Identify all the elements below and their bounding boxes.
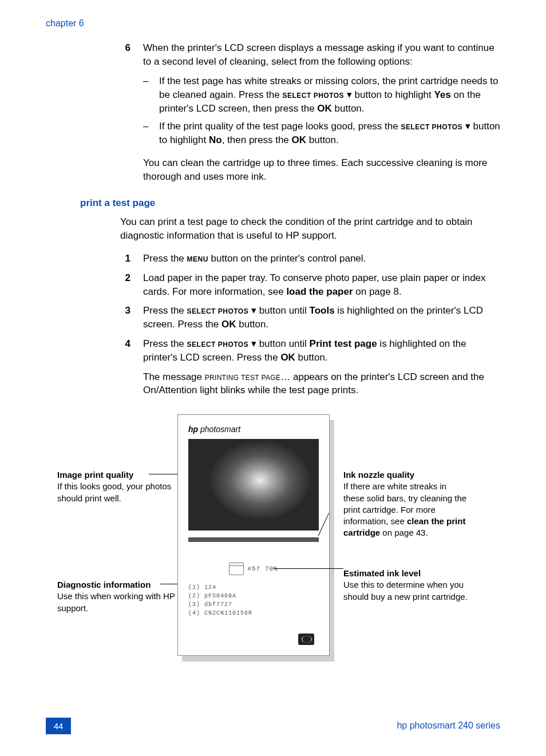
step-1-body: Press the Menu button on the printer's c… <box>143 252 500 266</box>
hp-logo-icon <box>298 634 314 645</box>
tp-nozzle-bar <box>188 537 319 542</box>
step-number-2: 2 <box>120 271 130 299</box>
callout-ink-title: Ink nozzle quality <box>343 469 469 481</box>
bullet-dash: – <box>143 120 151 147</box>
step-number-1: 1 <box>120 252 130 266</box>
callout-ink-body: If there are white streaks in these soli… <box>343 481 466 537</box>
down-triangle-icon: ▾ <box>465 121 470 132</box>
step-4-body: Press the Select Photos ▾ button until P… <box>143 337 500 365</box>
result-text: The message Printing test page… appears … <box>143 370 500 398</box>
test-page-sample: hp photosmart #57 70% (1) 124 (2) pFS040… <box>177 414 330 656</box>
bullet-2-body: If the print quality of the test page lo… <box>159 120 500 147</box>
callout-est-title: Estimated ink level <box>343 568 469 579</box>
test-page-figure: Image print quality If this looks good, … <box>46 414 500 683</box>
step-number-4: 4 <box>120 337 130 365</box>
callout-diag-body: Use this when working with HP support. <box>57 591 175 612</box>
series-label: hp photosmart 240 series <box>397 719 500 732</box>
step-2-body: Load paper in the paper tray. To conserv… <box>143 271 500 299</box>
step-6-body: When the printer's LCD screen displays a… <box>143 41 500 69</box>
callout-est-body: Use this to determine when you should bu… <box>343 580 468 601</box>
down-triangle-icon: ▾ <box>251 305 256 316</box>
tp-diagnostic-block: (1) 124 (2) pFS0409A (3) dbf7727 (4) CN2… <box>188 583 319 618</box>
tp-brand: hp photosmart <box>188 424 319 436</box>
callout-line <box>274 568 343 569</box>
page-number: 44 <box>46 718 71 734</box>
callout-diag-title: Diagnostic information <box>57 579 183 591</box>
callout-imgq-body: If this looks good, your photos should p… <box>57 481 171 502</box>
step-6-tail: You can clean the cartridge up to three … <box>143 156 500 184</box>
bullet-1-body: If the test page has white streaks or mi… <box>159 74 500 115</box>
step-number-6: 6 <box>120 41 130 69</box>
down-triangle-icon: ▾ <box>347 89 352 100</box>
section-heading: print a test page <box>80 196 500 210</box>
callout-line <box>149 474 177 474</box>
step-3-body: Press the Select Photos ▾ button until T… <box>143 304 500 331</box>
tp-sample-photo <box>188 439 319 531</box>
down-triangle-icon: ▾ <box>251 338 256 349</box>
callout-imgq-title: Image print quality <box>57 469 183 481</box>
bullet-dash: – <box>143 74 151 115</box>
chapter-label: chapter 6 <box>46 17 500 30</box>
step-number-3: 3 <box>120 304 130 331</box>
intro-text: You can print a test page to check the c… <box>120 215 500 243</box>
cartridge-icon <box>229 563 244 575</box>
